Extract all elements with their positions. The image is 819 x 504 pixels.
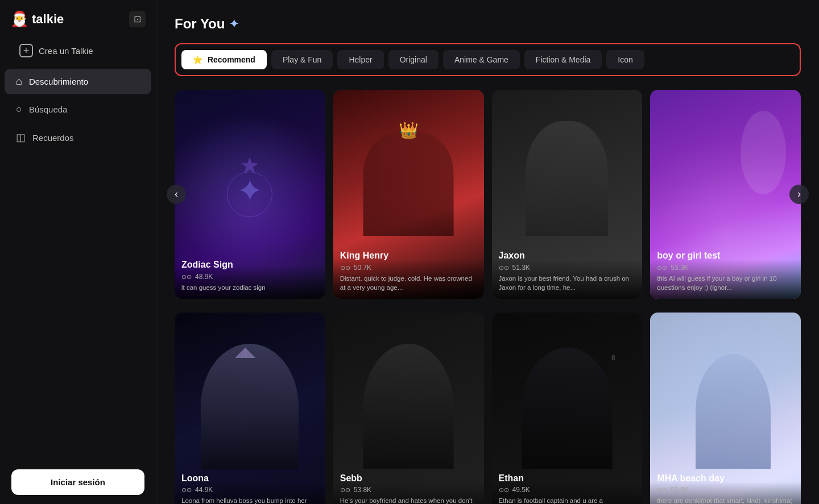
card-zodiac-desc: it can guess your zodiac sign xyxy=(181,283,318,292)
card-boyorgirl-overlay: boy or girl test 53.3K this AI will gues… xyxy=(650,242,801,298)
chat-icon-2 xyxy=(340,264,351,272)
nav-label-recuerdos: Recuerdos xyxy=(32,133,74,143)
card-mha-beach-day[interactable]: MHA beach day 53.6K there are denki(not … xyxy=(650,313,801,504)
card-king-title: King Henry xyxy=(340,250,477,261)
tab-icon-label: Icon xyxy=(618,55,632,64)
card-zodiac-stats: 48.9K xyxy=(181,273,318,281)
tab-animegame-label: Anime & Game xyxy=(454,55,508,64)
card-jaxon-stats: 51.3K xyxy=(499,264,636,272)
chat-icon-4 xyxy=(657,264,668,272)
tab-recommend[interactable]: ⭐ Recommend xyxy=(181,50,267,69)
card-boyorgirl-title: boy or girl test xyxy=(657,250,794,261)
card-loona[interactable]: ◢◣ Loona 44.9K Loona from helluva boss y… xyxy=(175,313,325,504)
tab-fictionmedia-label: Fiction & Media xyxy=(536,55,590,64)
page-title: For You ✦ xyxy=(175,16,801,32)
card-boy-or-girl[interactable]: boy or girl test 53.3K this AI will gues… xyxy=(650,90,801,299)
page-title-text: For You xyxy=(175,16,225,32)
login-button[interactable]: Iniciar sesión xyxy=(11,469,144,495)
card-loona-title: Loona xyxy=(181,473,318,484)
create-talkie-label: Crea un Talkie xyxy=(39,46,93,56)
sidebar-item-descubrimiento[interactable]: ⌂ Descubrimiento xyxy=(5,69,151,94)
sidebar-header: 🎅 talkie ⊡ xyxy=(0,0,156,34)
sidebar-item-busqueda[interactable]: ○ Búsqueda xyxy=(5,97,151,122)
card-jaxon-title: Jaxon xyxy=(499,250,636,261)
main-content: For You ✦ ⭐ Recommend Play & Fun Helper … xyxy=(156,0,819,504)
card-king-overlay: King Henry 50.7K Distant. quick to judge… xyxy=(333,242,484,298)
card-mha-title: MHA beach day xyxy=(657,473,794,484)
card-sebb-desc: He's your boyfriend and hates when you d… xyxy=(340,496,477,504)
row1-prev-button[interactable]: ‹ xyxy=(167,185,186,204)
card-loona-overlay: Loona 44.9K Loona from helluva boss you … xyxy=(175,465,325,504)
sparkle-icon: ✦ xyxy=(229,17,239,31)
tab-original-label: Original xyxy=(400,55,427,64)
card-jaxon-overlay: Jaxon 51.3K Jaxon is your best friend, Y… xyxy=(492,242,643,298)
tab-anime-game[interactable]: Anime & Game xyxy=(443,50,520,69)
chat-icon xyxy=(181,273,193,281)
card-sebb[interactable]: Sebb 53.8K He's your boyfriend and hates… xyxy=(333,313,484,504)
search-icon: ○ xyxy=(16,103,22,115)
card-jaxon[interactable]: Jaxon 51.3K Jaxon is your best friend, Y… xyxy=(492,90,643,299)
logo-text: talkie xyxy=(32,12,64,27)
cards-row-2: ◢◣ Loona 44.9K Loona from helluva boss y… xyxy=(175,313,801,504)
logo-icon: 🎅 xyxy=(10,10,28,28)
card-boyorgirl-desc: this AI will guess if your a boy or girl… xyxy=(657,274,794,292)
sidebar: 🎅 talkie ⊡ + Crea un Talkie ⌂ Descubrimi… xyxy=(0,0,156,504)
card-sebb-title: Sebb xyxy=(340,473,477,484)
card-ethan-title: Ethan xyxy=(499,473,636,484)
card-loona-stats: 44.9K xyxy=(181,486,318,494)
nav-label-descubrimiento: Descubrimiento xyxy=(29,77,88,86)
sidebar-toggle-button[interactable]: ⊡ xyxy=(129,11,146,27)
card-ethan-overlay: Ethan 49.5K Ethan is football captain an… xyxy=(492,465,643,504)
card-loona-desc: Loona from helluva boss you bump into he… xyxy=(181,496,318,504)
card-mha-desc: there are denki(not that smart, kind), k… xyxy=(657,496,794,504)
card-sebb-overlay: Sebb 53.8K He's your boyfriend and hates… xyxy=(333,465,484,504)
row1-wrapper: ‹ ✦ ★ Zodiac Sign 48.9K i xyxy=(175,90,801,299)
card-ethan-desc: Ethan is football captain and u are a ch… xyxy=(499,496,636,504)
card-mha-stats: 53.6K xyxy=(657,486,794,494)
chat-icon-5 xyxy=(181,486,193,494)
star-icon: ⭐ xyxy=(193,55,202,64)
nav-label-busqueda: Búsqueda xyxy=(29,105,68,114)
card-king-stats: 50.7K xyxy=(340,264,477,272)
chat-icon-6 xyxy=(340,486,351,494)
cards-grid-row2: ◢◣ Loona 44.9K Loona from helluva boss y… xyxy=(175,313,801,504)
tab-fiction-media[interactable]: Fiction & Media xyxy=(524,50,602,69)
card-boyorgirl-stats: 53.3K xyxy=(657,264,794,272)
card-mha-overlay: MHA beach day 53.6K there are denki(not … xyxy=(650,465,801,504)
card-zodiac-overlay: Zodiac Sign 48.9K it can guess your zodi… xyxy=(175,251,325,298)
row1-next-button[interactable]: › xyxy=(789,185,809,204)
create-plus-icon: + xyxy=(19,44,33,57)
tab-play-fun[interactable]: Play & Fun xyxy=(271,50,333,69)
row2-wrapper: ◢◣ Loona 44.9K Loona from helluva boss y… xyxy=(175,313,801,504)
tab-recommend-label: Recommend xyxy=(208,55,255,64)
tab-original[interactable]: Original xyxy=(388,50,439,69)
card-zodiac-sign[interactable]: ✦ ★ Zodiac Sign 48.9K it can guess your … xyxy=(175,90,325,299)
cards-row-1: ‹ ✦ ★ Zodiac Sign 48.9K i xyxy=(175,90,801,299)
card-king-desc: Distant. quick to judge. cold. He was cr… xyxy=(340,274,477,292)
tab-icon[interactable]: Icon xyxy=(606,50,644,69)
card-zodiac-title: Zodiac Sign xyxy=(181,259,318,270)
card-king-henry[interactable]: 👑 King Henry 50.7K Distant. quick to jud… xyxy=(333,90,484,299)
chat-icon-8 xyxy=(657,486,668,494)
card-ethan-stats: 49.5K xyxy=(499,486,636,494)
card-jaxon-desc: Jaxon is your best friend, You had a cru… xyxy=(499,274,636,292)
chat-icon-3 xyxy=(499,264,510,272)
tab-helper[interactable]: Helper xyxy=(337,50,383,69)
home-icon: ⌂ xyxy=(16,76,22,88)
tabs-container: ⭐ Recommend Play & Fun Helper Original A… xyxy=(175,43,801,76)
card-ethan[interactable]: 8 Ethan 49.5K Ethan is football captain … xyxy=(492,313,643,504)
logo: 🎅 talkie xyxy=(10,10,64,28)
card-sebb-stats: 53.8K xyxy=(340,486,477,494)
sidebar-item-recuerdos[interactable]: ◫ Recuerdos xyxy=(5,124,151,151)
cards-grid-row1: ✦ ★ Zodiac Sign 48.9K it can guess your … xyxy=(175,90,801,299)
chat-icon-7 xyxy=(499,486,510,494)
memories-icon: ◫ xyxy=(16,131,26,144)
tab-playfun-label: Play & Fun xyxy=(283,55,321,64)
tab-helper-label: Helper xyxy=(349,55,372,64)
create-talkie-button[interactable]: + Crea un Talkie xyxy=(8,38,148,63)
